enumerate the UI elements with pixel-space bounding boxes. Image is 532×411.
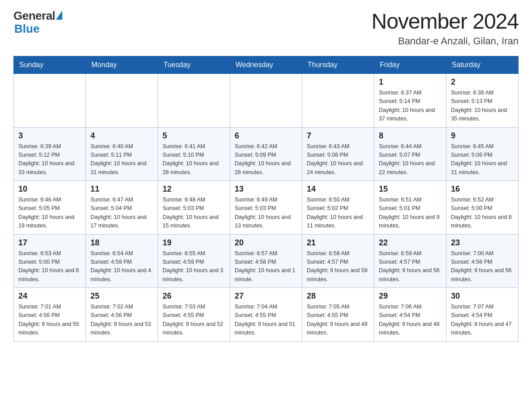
calendar-table: SundayMondayTuesdayWednesdayThursdayFrid… xyxy=(13,56,519,342)
day-number: 18 xyxy=(90,238,153,248)
calendar-cell: 21Sunrise: 6:58 AM Sunset: 4:57 PM Dayli… xyxy=(302,234,374,288)
weekday-header-monday: Monday xyxy=(86,56,158,74)
calendar-cell: 18Sunrise: 6:54 AM Sunset: 4:59 PM Dayli… xyxy=(86,234,158,288)
day-number: 11 xyxy=(90,184,153,194)
day-number: 7 xyxy=(307,131,369,141)
calendar-cell xyxy=(302,74,374,128)
day-number: 22 xyxy=(379,238,442,248)
weekday-header-friday: Friday xyxy=(374,56,446,74)
calendar-cell: 29Sunrise: 7:06 AM Sunset: 4:54 PM Dayli… xyxy=(374,288,446,342)
calendar-cell: 15Sunrise: 6:51 AM Sunset: 5:01 PM Dayli… xyxy=(374,181,446,235)
calendar-cell: 6Sunrise: 6:42 AM Sunset: 5:09 PM Daylig… xyxy=(230,127,302,181)
day-info: Sunrise: 6:53 AM Sunset: 5:00 PM Dayligh… xyxy=(18,249,81,284)
logo: General Blue xyxy=(13,9,62,36)
day-number: 29 xyxy=(379,291,442,301)
day-info: Sunrise: 7:04 AM Sunset: 4:55 PM Dayligh… xyxy=(235,303,297,338)
calendar-cell: 11Sunrise: 6:47 AM Sunset: 5:04 PM Dayli… xyxy=(86,181,158,235)
day-info: Sunrise: 6:38 AM Sunset: 5:13 PM Dayligh… xyxy=(451,89,514,124)
calendar-cell xyxy=(14,74,86,128)
day-number: 3 xyxy=(18,131,81,141)
logo-triangle-icon xyxy=(56,11,62,20)
day-info: Sunrise: 6:55 AM Sunset: 4:59 PM Dayligh… xyxy=(163,249,225,284)
day-number: 28 xyxy=(307,291,369,301)
day-info: Sunrise: 6:39 AM Sunset: 5:12 PM Dayligh… xyxy=(18,142,81,177)
weekday-header-thursday: Thursday xyxy=(302,56,374,74)
day-number: 1 xyxy=(379,77,442,87)
title-section: November 2024 Bandar-e Anzali, Gilan, Ir… xyxy=(371,9,519,47)
calendar-cell: 24Sunrise: 7:01 AM Sunset: 4:56 PM Dayli… xyxy=(14,288,86,342)
day-number: 10 xyxy=(18,184,81,194)
calendar-cell: 7Sunrise: 6:43 AM Sunset: 5:08 PM Daylig… xyxy=(302,127,374,181)
weekday-header-tuesday: Tuesday xyxy=(158,56,230,74)
day-number: 8 xyxy=(379,131,442,141)
calendar-week-row: 17Sunrise: 6:53 AM Sunset: 5:00 PM Dayli… xyxy=(14,234,519,288)
day-info: Sunrise: 6:45 AM Sunset: 5:06 PM Dayligh… xyxy=(451,142,514,177)
calendar-cell: 23Sunrise: 7:00 AM Sunset: 4:56 PM Dayli… xyxy=(446,234,519,288)
calendar-cell: 10Sunrise: 6:46 AM Sunset: 5:05 PM Dayli… xyxy=(14,181,86,235)
day-info: Sunrise: 6:44 AM Sunset: 5:07 PM Dayligh… xyxy=(379,142,442,177)
logo-general-text: General xyxy=(13,9,55,23)
day-info: Sunrise: 6:51 AM Sunset: 5:01 PM Dayligh… xyxy=(379,196,442,231)
day-info: Sunrise: 7:03 AM Sunset: 4:55 PM Dayligh… xyxy=(163,303,225,338)
day-info: Sunrise: 7:07 AM Sunset: 4:54 PM Dayligh… xyxy=(451,303,514,338)
logo-blue-text: Blue xyxy=(13,22,39,36)
day-number: 12 xyxy=(163,184,225,194)
day-info: Sunrise: 6:58 AM Sunset: 4:57 PM Dayligh… xyxy=(307,249,369,284)
day-number: 20 xyxy=(235,238,297,248)
calendar-cell xyxy=(158,74,230,128)
day-info: Sunrise: 7:05 AM Sunset: 4:55 PM Dayligh… xyxy=(307,303,369,338)
calendar-cell: 14Sunrise: 6:50 AM Sunset: 5:02 PM Dayli… xyxy=(302,181,374,235)
calendar-cell: 22Sunrise: 6:59 AM Sunset: 4:57 PM Dayli… xyxy=(374,234,446,288)
day-info: Sunrise: 6:47 AM Sunset: 5:04 PM Dayligh… xyxy=(90,196,153,231)
day-info: Sunrise: 6:50 AM Sunset: 5:02 PM Dayligh… xyxy=(307,196,369,231)
calendar-cell: 20Sunrise: 6:57 AM Sunset: 4:58 PM Dayli… xyxy=(230,234,302,288)
calendar-cell: 3Sunrise: 6:39 AM Sunset: 5:12 PM Daylig… xyxy=(14,127,86,181)
day-info: Sunrise: 6:59 AM Sunset: 4:57 PM Dayligh… xyxy=(379,249,442,284)
day-number: 27 xyxy=(235,291,297,301)
day-number: 26 xyxy=(163,291,225,301)
day-info: Sunrise: 6:46 AM Sunset: 5:05 PM Dayligh… xyxy=(18,196,81,231)
calendar-cell: 8Sunrise: 6:44 AM Sunset: 5:07 PM Daylig… xyxy=(374,127,446,181)
day-info: Sunrise: 7:06 AM Sunset: 4:54 PM Dayligh… xyxy=(379,303,442,338)
day-number: 19 xyxy=(163,238,225,248)
day-info: Sunrise: 7:02 AM Sunset: 4:56 PM Dayligh… xyxy=(90,303,153,338)
day-info: Sunrise: 6:48 AM Sunset: 5:03 PM Dayligh… xyxy=(163,196,225,231)
day-info: Sunrise: 6:37 AM Sunset: 5:14 PM Dayligh… xyxy=(379,89,442,124)
day-number: 23 xyxy=(451,238,514,248)
calendar-cell xyxy=(230,74,302,128)
location-title: Bandar-e Anzali, Gilan, Iran xyxy=(371,35,519,47)
day-info: Sunrise: 7:00 AM Sunset: 4:56 PM Dayligh… xyxy=(451,249,514,284)
day-number: 16 xyxy=(451,184,514,194)
calendar-week-row: 24Sunrise: 7:01 AM Sunset: 4:56 PM Dayli… xyxy=(14,288,519,342)
day-info: Sunrise: 6:43 AM Sunset: 5:08 PM Dayligh… xyxy=(307,142,369,177)
day-info: Sunrise: 6:54 AM Sunset: 4:59 PM Dayligh… xyxy=(90,249,153,284)
day-number: 17 xyxy=(18,238,81,248)
day-number: 15 xyxy=(379,184,442,194)
calendar-cell: 1Sunrise: 6:37 AM Sunset: 5:14 PM Daylig… xyxy=(374,74,446,128)
calendar-cell: 2Sunrise: 6:38 AM Sunset: 5:13 PM Daylig… xyxy=(446,74,519,128)
calendar-week-row: 3Sunrise: 6:39 AM Sunset: 5:12 PM Daylig… xyxy=(14,127,519,181)
day-number: 14 xyxy=(307,184,369,194)
calendar-cell: 27Sunrise: 7:04 AM Sunset: 4:55 PM Dayli… xyxy=(230,288,302,342)
day-info: Sunrise: 6:52 AM Sunset: 5:00 PM Dayligh… xyxy=(451,196,514,231)
day-number: 13 xyxy=(235,184,297,194)
calendar-cell: 16Sunrise: 6:52 AM Sunset: 5:00 PM Dayli… xyxy=(446,181,519,235)
calendar-cell: 9Sunrise: 6:45 AM Sunset: 5:06 PM Daylig… xyxy=(446,127,519,181)
day-info: Sunrise: 6:41 AM Sunset: 5:10 PM Dayligh… xyxy=(163,142,225,177)
weekday-header-wednesday: Wednesday xyxy=(230,56,302,74)
day-number: 9 xyxy=(451,131,514,141)
calendar-cell: 5Sunrise: 6:41 AM Sunset: 5:10 PM Daylig… xyxy=(158,127,230,181)
day-number: 24 xyxy=(18,291,81,301)
day-number: 21 xyxy=(307,238,369,248)
calendar-week-row: 10Sunrise: 6:46 AM Sunset: 5:05 PM Dayli… xyxy=(14,181,519,235)
day-number: 5 xyxy=(163,131,225,141)
day-info: Sunrise: 6:49 AM Sunset: 5:03 PM Dayligh… xyxy=(235,196,297,231)
calendar-week-row: 1Sunrise: 6:37 AM Sunset: 5:14 PM Daylig… xyxy=(14,74,519,128)
day-number: 30 xyxy=(451,291,514,301)
calendar-cell: 17Sunrise: 6:53 AM Sunset: 5:00 PM Dayli… xyxy=(14,234,86,288)
weekday-header-saturday: Saturday xyxy=(446,56,519,74)
day-info: Sunrise: 7:01 AM Sunset: 4:56 PM Dayligh… xyxy=(18,303,81,338)
calendar-cell: 30Sunrise: 7:07 AM Sunset: 4:54 PM Dayli… xyxy=(446,288,519,342)
calendar-cell: 19Sunrise: 6:55 AM Sunset: 4:59 PM Dayli… xyxy=(158,234,230,288)
calendar-cell: 25Sunrise: 7:02 AM Sunset: 4:56 PM Dayli… xyxy=(86,288,158,342)
